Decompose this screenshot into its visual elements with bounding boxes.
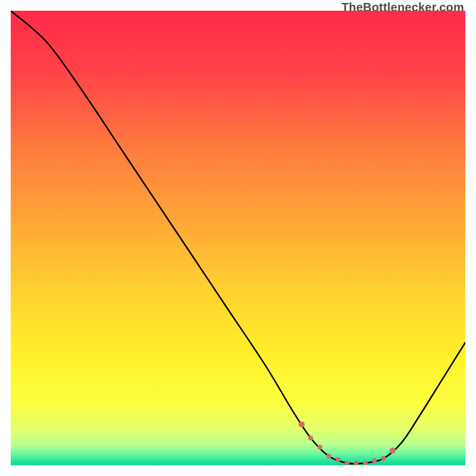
gradient-background <box>11 11 465 465</box>
chart-area <box>11 11 465 465</box>
svg-rect-0 <box>11 11 465 465</box>
